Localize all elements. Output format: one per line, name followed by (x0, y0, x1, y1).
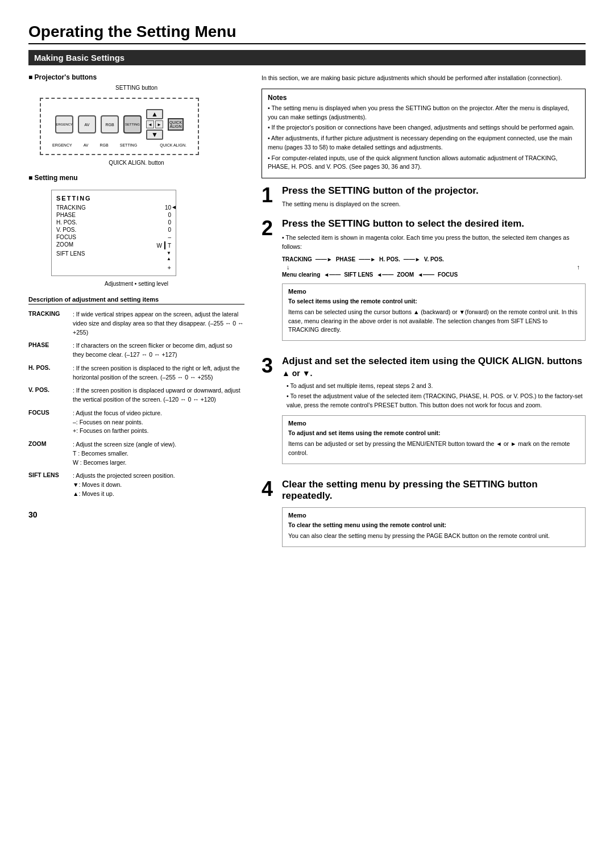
step-4-heading: Clear the setting menu by pressing the S… (282, 479, 586, 502)
flow-arrow-2: ——► (359, 256, 376, 262)
step-2-content: Press the SETTING button to select the d… (282, 218, 586, 347)
intro-text: In this section, we are making basic pic… (262, 73, 586, 83)
nav-button-down[interactable]: ▼ (146, 130, 163, 140)
note-2: • If the projector's position or connect… (268, 123, 579, 132)
menu-row-siftlens: SIFT LENS ▼ ▲ (56, 250, 171, 262)
adj-level-label: Adjustment • setting level (28, 281, 244, 287)
memo-2-box: Memo To adjust and set items using the r… (282, 415, 586, 464)
desc-zoom: ZOOM : Adjust the screen size (angle of … (28, 440, 244, 467)
desc-term-vpos: V. POS. (28, 386, 68, 404)
step-1: 1 Press the SETTING button of the projec… (262, 185, 586, 209)
setting-btn-label: SETTING button (28, 85, 244, 91)
desc-def-zoom: : Adjust the screen size (angle of view)… (73, 440, 244, 467)
step-1-heading: Press the SETTING button of the projecto… (282, 185, 586, 197)
section-header: Making Basic Settings (28, 50, 586, 65)
zoom-bar (164, 241, 165, 249)
desc-term-hpos: H. POS. (28, 364, 68, 382)
setting-menu-diagram: SETTING ◄ TRACKING10 PHASE0 H. POS.0 (51, 190, 176, 276)
flow-line-1: TRACKING ——► PHASE ——► H. POS. ——► V. PO… (282, 256, 586, 262)
step-2: 2 Press the SETTING button to select the… (262, 218, 586, 347)
zoom-w: W (156, 243, 161, 249)
projectors-buttons-section: Projector's buttons SETTING button ERGEN… (28, 73, 244, 166)
note-3: • After adjustments, if further picture … (268, 134, 579, 152)
step-1-content: Press the SETTING button of the projecto… (282, 185, 586, 209)
av-button: AV (78, 115, 96, 133)
step-4-content: Clear the setting menu by pressing the S… (282, 479, 586, 553)
desc-term-siftlens: SIFT LENS (28, 471, 68, 498)
step-3-bullet-2: To reset the adjustment value of the sel… (287, 392, 586, 410)
step-2-heading: Press the SETTING button to select the d… (282, 218, 586, 229)
nav-button-right[interactable]: ► (155, 120, 163, 128)
menu-row-zoom: ZOOM W T (56, 241, 171, 250)
memo-3-title: Memo (288, 512, 579, 519)
desc-term-tracking: TRACKING (28, 310, 68, 337)
desc-focus: FOCUS : Adjust the focus of video pictur… (28, 409, 244, 436)
left-column: Projector's buttons SETTING button ERGEN… (28, 73, 244, 562)
notes-title: Notes (268, 94, 579, 102)
step-1-body: The setting menu is displayed on the scr… (282, 199, 586, 209)
menu-row-hpos: H. POS.0 (56, 219, 171, 226)
menu-row-vpos: V. POS.0 (56, 226, 171, 233)
desc-def-tracking: : If wide vertical stripes appear on the… (73, 310, 244, 337)
flow-siftlens: SIFT LENS (344, 272, 373, 278)
memo-2-text: Items can be adjusted or set by pressing… (288, 440, 579, 458)
desc-def-focus: : Adjust the focus of video picture.–: F… (73, 409, 244, 436)
desc-def-vpos: : If the screen position is displaced up… (73, 386, 244, 404)
step-4-number: 4 (262, 479, 277, 553)
memo-1-title: Memo (288, 288, 579, 295)
desc-term-phase: PHASE (28, 341, 68, 360)
flow-zoom: ZOOM (397, 272, 414, 278)
desc-term-zoom: ZOOM (28, 440, 68, 467)
note-4: • For computer-related inputs, use of th… (268, 154, 579, 172)
memo-3-box: Memo To clear the setting menu using the… (282, 507, 586, 547)
flow-tracking: TRACKING (282, 256, 312, 262)
button-labels: ERGENCYAVRGBSETTINGQUICK ALIGN. (48, 143, 191, 147)
notes-box: Notes • The setting menu is displayed wh… (262, 89, 586, 178)
flow-phase: PHASE (336, 256, 355, 262)
setting-label: SETTING (56, 195, 171, 202)
quick-button-up[interactable]: QUICKALIGN (168, 118, 184, 131)
right-column: In this section, we are making basic pic… (262, 73, 586, 562)
description-title: Description of adjustment and setting it… (28, 296, 244, 304)
note-1: • The setting menu is displayed when you… (268, 104, 579, 122)
desc-def-phase: : If characters on the screen flicker or… (73, 341, 244, 360)
desc-phase: PHASE : If characters on the screen flic… (28, 341, 244, 360)
menu-row-phase: PHASE0 (56, 211, 171, 219)
desc-def-siftlens: : Adjusts the projected screen position.… (73, 471, 244, 498)
flow-menu-clearing: Menu clearing (282, 272, 320, 278)
step-3-bullet-1: To adjust and set multiple items, repeat… (287, 382, 586, 391)
memo-2-title: Memo (288, 420, 579, 427)
flow-hpos: H. POS. (379, 256, 400, 262)
desc-tracking: TRACKING : If wide vertical stripes appe… (28, 310, 244, 337)
flow-vpos: V. POS. (424, 256, 444, 262)
step-1-number: 1 (262, 185, 277, 209)
desc-vpos: V. POS. : If the screen position is disp… (28, 386, 244, 404)
flow-arrow-3: ——► (404, 256, 421, 262)
step-3-heading: Adjust and set the selected item using t… (282, 356, 586, 379)
flow-arrow-1: ——► (316, 256, 333, 262)
menu-row-tracking: TRACKING10 (56, 204, 171, 211)
ergency-button: ERGENCY (55, 115, 73, 133)
step-3-content: Adjust and set the selected item using t… (282, 356, 586, 469)
desc-def-hpos: : If the screen position is displaced to… (73, 364, 244, 382)
zoom-t: T (168, 243, 171, 249)
memo-3-text: You can also clear the setting menu by p… (288, 532, 579, 541)
step-4: 4 Clear the setting menu by pressing the… (262, 479, 586, 553)
page-number: 30 (28, 510, 244, 519)
setting-menu-title: Setting menu (28, 174, 244, 182)
description-section: Description of adjustment and setting it… (28, 296, 244, 499)
rgb-button: RGB (101, 115, 119, 133)
plus-symbol: + (168, 264, 171, 271)
memo-2-heading: To adjust and set items using the remote… (288, 429, 441, 436)
menu-row-focus: FOCUS– (56, 233, 171, 241)
projectors-buttons-title: Projector's buttons (28, 73, 244, 81)
desc-siftlens: SIFT LENS : Adjusts the projected screen… (28, 471, 244, 498)
flow-diagram: TRACKING ——► PHASE ——► H. POS. ——► V. PO… (282, 256, 586, 278)
description-table: TRACKING : If wide vertical stripes appe… (28, 310, 244, 499)
step-2-number: 2 (262, 218, 277, 347)
nav-button-up[interactable]: ▲ (146, 109, 163, 119)
quick-align-label: QUICK ALIGN. button (28, 160, 244, 166)
projector-diagram: ERGENCY AV RGB SETTING ▲ (28, 93, 199, 157)
nav-button-left[interactable]: ◄ (146, 120, 154, 128)
setting-button[interactable]: SETTING (123, 115, 142, 133)
